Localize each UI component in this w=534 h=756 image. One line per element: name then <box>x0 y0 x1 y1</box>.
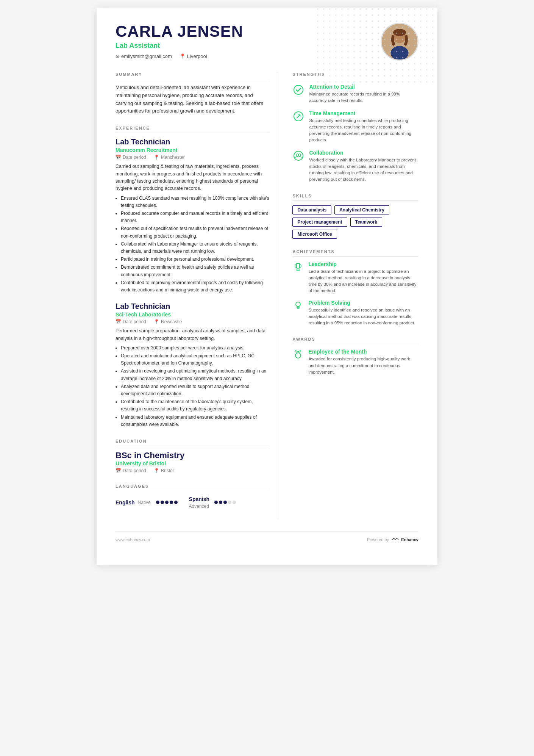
bullet: Contributed to improving environmental i… <box>121 279 269 294</box>
summary-label: SUMMARY <box>116 72 269 79</box>
location-icon: 📍 <box>180 53 186 59</box>
bullet: Reported out of specification test resul… <box>121 225 269 239</box>
calendar-icon-edu: 📅 <box>116 468 121 473</box>
exp-bullets-2: Prepared over 3000 samples per week for … <box>116 344 269 428</box>
exp-title-1: Lab Technician <box>116 138 269 146</box>
exp-loc-2: 📍 Newcastle <box>154 319 182 324</box>
summary-section: SUMMARY Meticulous and detail-oriented l… <box>116 72 269 115</box>
languages-label: LANGUAGES <box>116 484 269 491</box>
dot-5 <box>174 501 178 504</box>
skill-4: Microsoft Office <box>292 230 337 239</box>
dot-s2 <box>219 501 222 504</box>
strength-content-1: Attention to Detail Maintained accurate … <box>309 84 418 104</box>
location-icon-1: 📍 <box>154 155 159 160</box>
exp-item-1: Lab Technician Manucomm Recruitment 📅 Da… <box>116 138 269 294</box>
edu-meta: 📅 Date period 📍 Bristol <box>116 468 269 473</box>
calendar-icon-2: 📅 <box>116 319 121 324</box>
education-label: EDUCATION <box>116 439 269 446</box>
edu-date: 📅 Date period <box>116 468 146 473</box>
bullet: Analyzed data and reported results to su… <box>121 383 269 398</box>
bullet: Demonstrated commitment to health and sa… <box>121 264 269 278</box>
english-dots <box>156 501 178 504</box>
award-1: Employee of the Month Awarded for consis… <box>292 349 418 376</box>
languages-section: LANGUAGES English Native <box>116 484 269 509</box>
achievement-content-2: Problem Solving Successfully identified … <box>308 300 418 327</box>
skills-grid: Data analysis Analytical Chemistry Proje… <box>292 205 418 239</box>
medal-icon <box>292 349 304 360</box>
spanish-dots <box>214 501 236 504</box>
edu-school: University of Bristol <box>116 460 269 466</box>
location-contact: 📍 Liverpool <box>180 53 207 59</box>
exp-meta-2: 📅 Date period 📍 Newcastle <box>116 319 269 324</box>
strengths-section: STRENGTHS Attention to Detail Maintained… <box>292 72 418 183</box>
dot-s1 <box>214 501 218 504</box>
footer-website: www.enhancv.com <box>116 537 150 542</box>
dot-s5 <box>233 501 236 504</box>
strength-content-2: Time Management Successfully met testing… <box>309 110 418 144</box>
skill-2: Project management <box>292 218 347 227</box>
dot-2 <box>161 501 164 504</box>
right-column: STRENGTHS Attention to Detail Maintained… <box>292 72 418 520</box>
edu-loc: 📍 Bristol <box>154 468 173 473</box>
skill-3: Teamwork <box>350 218 382 227</box>
powered-by-text: Powered by <box>367 537 389 542</box>
brand-logo-icon <box>391 537 399 542</box>
skill-0: Data analysis <box>292 205 331 214</box>
check-icon <box>292 84 304 96</box>
exp-date-1: 📅 Date period <box>116 155 146 160</box>
footer: www.enhancv.com Powered by Enhancv <box>116 531 418 542</box>
dot-4 <box>170 501 173 504</box>
skill-1: Analytical Chemistry <box>334 205 389 214</box>
exp-desc-1: Carried out sampling & testing of raw ma… <box>116 163 269 193</box>
exp-title-2: Lab Technician <box>116 302 269 311</box>
exp-desc-2: Performed sample preparation, analytical… <box>116 327 269 342</box>
skills-label: SKILLS <box>292 194 418 201</box>
bullet: Produced accurate computer and manual re… <box>121 210 269 224</box>
dot-s3 <box>223 501 227 504</box>
exp-company-1: Manucomm Recruitment <box>116 147 269 153</box>
svg-point-9 <box>296 154 298 156</box>
svg-point-11 <box>296 302 300 307</box>
bullet: Contributed to the maintenance of the la… <box>121 398 269 413</box>
skills-section: SKILLS Data analysis Analytical Chemistr… <box>292 194 418 239</box>
resume-document: CARLA JENSEN Lab Assistant ✉ emilysmith@… <box>97 8 437 565</box>
dot-pattern <box>316 8 437 83</box>
bullet: Prepared over 3000 samples per week for … <box>121 344 269 352</box>
education-section: EDUCATION BSc in Chemistry University of… <box>116 439 269 473</box>
email-contact: ✉ emilysmith@gmail.com <box>116 53 172 59</box>
svg-point-10 <box>298 154 301 156</box>
exp-meta-1: 📅 Date period 📍 Manchester <box>116 155 269 160</box>
strength-item-3: Collaboration Worked closely with the La… <box>292 150 418 183</box>
svg-rect-1 <box>316 8 437 83</box>
achievements-label: ACHIEVEMENTS <box>292 249 418 257</box>
people-icon <box>292 150 304 162</box>
email-icon: ✉ <box>116 53 120 59</box>
strength-item-1: Attention to Detail Maintained accurate … <box>292 84 418 104</box>
edu-degree: BSc in Chemistry <box>116 451 269 460</box>
bullet: Operated and maintained analytical equip… <box>121 352 269 367</box>
strength-content-3: Collaboration Worked closely with the La… <box>309 150 418 183</box>
calendar-icon: 📅 <box>116 155 121 160</box>
awards-section: AWARDS Employee of the Month Awarded for… <box>292 337 418 376</box>
wrench-icon <box>292 110 304 122</box>
awards-label: AWARDS <box>292 337 418 344</box>
trophy-icon <box>292 261 304 272</box>
achievement-2: Problem Solving Successfully identified … <box>292 300 418 327</box>
footer-brand: Powered by Enhancv <box>367 537 418 542</box>
exp-item-2: Lab Technician Sci-Tech Laboratories 📅 D… <box>116 302 269 428</box>
bullet: Participated in training for personal an… <box>121 256 269 263</box>
two-column-layout: SUMMARY Meticulous and detail-oriented l… <box>116 72 418 520</box>
exp-loc-1: 📍 Manchester <box>154 155 185 160</box>
svg-point-6 <box>294 85 303 94</box>
dot-3 <box>165 501 169 504</box>
exp-date-2: 📅 Date period <box>116 319 146 324</box>
left-column: SUMMARY Meticulous and detail-oriented l… <box>116 72 277 520</box>
achievements-section: ACHIEVEMENTS Leadership Led a team of te… <box>292 249 418 327</box>
bullet: Collaborated with Laboratory Manager to … <box>121 241 269 255</box>
achievement-content-1: Leadership Led a team of technicians in … <box>308 261 418 294</box>
dot-1 <box>156 501 159 504</box>
svg-point-12 <box>295 353 301 358</box>
bullet: Maintained laboratory equipment and ensu… <box>121 414 269 428</box>
lang-spanish: Spanish Advanced <box>189 496 236 509</box>
lang-english: English Native <box>116 499 178 506</box>
